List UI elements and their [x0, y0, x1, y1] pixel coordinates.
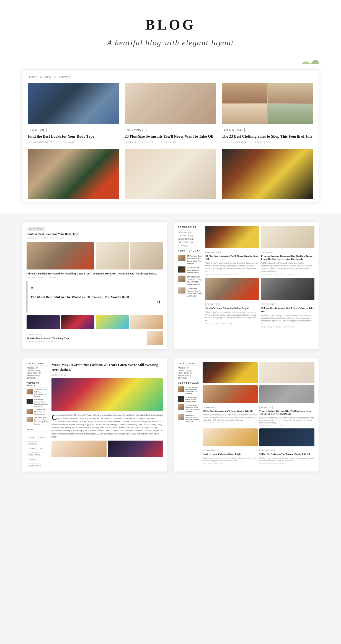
rb-art-cat-2: SHOPPING	[203, 449, 218, 452]
quote-text: The Most Beautiful in The World is, Of C…	[30, 294, 161, 300]
rb-cat-1[interactable]: LIFESTYLE (4)	[178, 370, 200, 371]
rb-art-img-0	[203, 385, 258, 403]
bottom-meta: CARLEY KEENER | 5 DAY AGO	[27, 341, 144, 342]
preview-sidebar-right: CATEGORIES FASHION (5) LIFESTYLE (4) LOO…	[178, 226, 203, 331]
preview-title-left: Find the Best Looks for Your Body Type	[27, 232, 163, 235]
art-pop-3: The Best Great Dresses to Carry You Thro…	[27, 417, 49, 425]
category-badge-2: SHOPPING	[125, 128, 146, 132]
art-pop-2: 23 Nothing You Made Choose Women Better	[27, 409, 49, 415]
rb-pop-thumb-3	[178, 414, 184, 420]
article-tall-img-3	[222, 149, 313, 199]
prev-article-col-2[interactable]: FASHION Princess Beatrice Borrowed Her W…	[261, 226, 314, 276]
article-card-2[interactable]: SHOPPING 23 Plus-Size Swimsuits You'll N…	[125, 83, 216, 144]
rb-cat-0[interactable]: FASHION (5)	[178, 367, 200, 369]
preview-right-inner: CATEGORIES FASHION (5) LIFESTYLE (4) LOO…	[178, 226, 314, 331]
rb-pop-1: 23 Nothing You Made Choose Women Better	[178, 396, 200, 403]
article-img-3	[222, 83, 313, 124]
rb-art-meta-3: AMELIA REYNOLDS | 5 DAY AGO	[259, 462, 314, 464]
quote-open: "	[30, 286, 161, 294]
rb-art-cat-1: FASHION	[259, 406, 273, 409]
rb-art-desc-0: Whether you're scoping out the best feat…	[203, 413, 258, 421]
rb-art-cat-0: SHOPPING	[203, 406, 218, 409]
rb-article-row-1: SHOPPING 23 Plus-Size Swimsuits You'll N…	[203, 385, 314, 426]
popular-thumb-2	[178, 276, 185, 282]
popular-item-2: The Best Great Dresses to Carry You Thro…	[178, 276, 203, 286]
rb-cat-2[interactable]: LOOK BOOK (2)	[178, 372, 200, 374]
preview-cat-left: SHOPPING	[27, 227, 45, 231]
quote-block: " The Most Beautiful in The World is, Of…	[27, 281, 163, 313]
rb-pop-text-2: The Best Great Dresses to Carry You Thro…	[185, 404, 200, 413]
art-pop-thumb-2	[27, 409, 33, 414]
prev-art-title-1: 23 Plus-Size Swimsuits You'll Never Want…	[205, 255, 259, 261]
prev-art-desc-2: In 2020 at Windsor, Princess Beatrice bo…	[261, 262, 314, 273]
tag-2[interactable]: Shopping	[27, 441, 37, 445]
page-title: BLOG	[6, 17, 335, 33]
tag-6[interactable]: Skincare	[27, 458, 37, 461]
tag-5[interactable]: Social Fashion	[27, 452, 41, 456]
art-cat-4[interactable]: STYLE (3)	[27, 377, 49, 379]
popular-thumb-0	[178, 255, 185, 261]
rb-art-title-1: Princess Beatrice Borrowed Her Wedding G…	[259, 410, 314, 416]
rb-article-0[interactable]: SHOPPING 23 Plus-Size Swimsuits You'll N…	[203, 385, 258, 426]
prev-article-img-4	[261, 278, 314, 300]
articles-grid-bottom	[28, 149, 313, 199]
art-cat-2[interactable]: LOOK BOOK (2)	[27, 372, 49, 374]
article-title-1: Find the Best Looks for Your Body Type	[28, 134, 119, 139]
prev-art-title-4: 23 Plus-Size Swimsuits You'll Never Want…	[261, 307, 314, 313]
art-cat-3[interactable]: SHOPPING (5)	[27, 375, 49, 376]
prev-article-col-3[interactable]: FASHION Cartier's Latest Collection Shin…	[205, 278, 259, 328]
tag-0[interactable]: Fashion	[27, 436, 36, 439]
tag-1[interactable]: Beauty	[38, 436, 47, 439]
rb-art-meta-2: EMILY ROSS | 3 DAY AGO	[203, 462, 258, 464]
cat-item-3[interactable]: SHOPPING (5)	[178, 241, 203, 244]
hero-section: BLOG A beatiful blog with elegant layout	[0, 0, 341, 64]
art-cat-1[interactable]: LIFESTYLE (4)	[27, 370, 49, 371]
rb-art-desc-1: In 2020 at Windsor, Princess Beatrice bo…	[259, 417, 314, 424]
prev-article-col-1[interactable]: SHOPPING 23 Plus-Size Swimsuits You'll N…	[205, 226, 259, 276]
cat-item-0[interactable]: FASHION (5)	[178, 231, 203, 234]
art-main-title: Mona May Rewrote '90s Fashion. 25 Years …	[51, 362, 163, 372]
art-main-body: Clueless is officially 25 years old. Tho…	[51, 413, 163, 438]
secondary-meta: ALICIA ROMERO | 5 DAY AGO	[27, 276, 163, 279]
popular-title-1: 23 Nothing You Made Choose Women Better	[187, 266, 203, 274]
article-card-1[interactable]: FASHION Find the Best Looks for Your Bod…	[28, 83, 119, 144]
article-card-3[interactable]: LIFE STYLE The 23 Best Clothing Sales to…	[222, 83, 313, 144]
bottom-title: Find the Best Looks for Your Body Type	[27, 337, 144, 340]
prev-article-row-2: FASHION Cartier's Latest Collection Shin…	[205, 278, 314, 328]
rb-popular-title: MOST POPULAR	[178, 382, 200, 385]
preview-card-right: CATEGORIES FASHION (5) LIFESTYLE (4) LOO…	[173, 221, 319, 350]
article-meta-3: CARLEY KEENER | 5 DAY AGO	[222, 141, 313, 144]
popular-thumb-3	[178, 287, 185, 294]
tag-4[interactable]: Hair	[39, 447, 45, 450]
rb-cat-4[interactable]: STYLE (3)	[178, 377, 200, 379]
rb-top-imgs	[203, 362, 314, 383]
prev-art-meta-3: EMILY ROSS | 3 DAY AGO	[205, 323, 259, 324]
cat-item-1[interactable]: LIFESTYLE (4)	[178, 234, 203, 237]
prev-art-cat-4: SHOPPING	[261, 303, 276, 306]
art-cat-0[interactable]: FASHION (5)	[27, 367, 49, 369]
rb-art-img-1	[259, 385, 314, 403]
thumb-strip	[27, 315, 163, 329]
prev-article-col-4[interactable]: SHOPPING 23 Plus-Size Swimsuits You'll N…	[261, 278, 314, 328]
prev-art-desc-4: Whether you're scoping out the best feat…	[261, 314, 314, 325]
thumb-2	[61, 315, 94, 329]
tag-7[interactable]: Natural Dress	[27, 464, 41, 467]
cat-item-2[interactable]: LOOK BOOK (2)	[178, 238, 203, 240]
art-pop-thumb-1	[27, 399, 33, 404]
art-pop-thumb-3	[27, 417, 33, 422]
tag-3[interactable]: Lifestyle	[27, 447, 37, 450]
rb-article-3[interactable]: SHOPPING 23 Plus-Size Swimsuits You'll N…	[259, 428, 314, 464]
rb-article-1[interactable]: FASHION Princess Beatrice Borrowed Her W…	[259, 385, 314, 426]
rb-art-title-2: Cartier's Latest Collection Shines Brigh…	[203, 453, 258, 456]
bottom-card-left: CATEGORIES FASHION (5) LIFESTYLE (4) LOO…	[22, 358, 168, 472]
rb-article-2[interactable]: SHOPPING Cartier's Latest Collection Shi…	[203, 428, 258, 464]
prev-article-img-2	[261, 226, 314, 248]
cat-item-4[interactable]: STYLE (3)	[178, 244, 203, 247]
rb-art-title-0: 23 Plus-Size Swimsuits You'll Never Want…	[203, 410, 258, 413]
preview-left-header: SHOPPING Find the Best Looks for Your Bo…	[27, 226, 163, 239]
bottom-img	[147, 331, 163, 345]
rb-cat-3[interactable]: SHOPPING (5)	[178, 375, 200, 376]
art-pop-0: 23 Plus You Suck Will Never Everywhere T…	[27, 389, 49, 397]
prev-art-meta-1: AMELIA REYNOLDS | 5 DAY AGO	[205, 273, 259, 275]
blog-card-large: Home » Blog » Lifestyle FASHION Find the…	[22, 69, 319, 202]
